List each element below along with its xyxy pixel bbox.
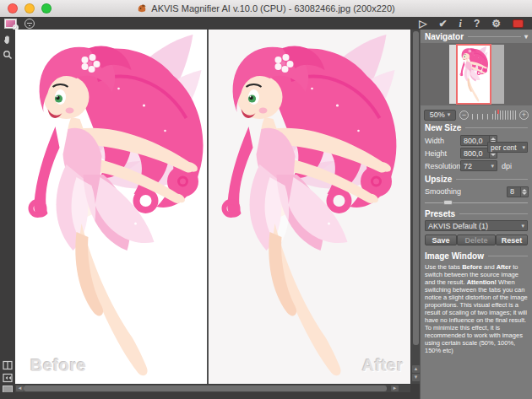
height-label: Height bbox=[424, 149, 460, 158]
after-label[interactable]: After bbox=[362, 356, 404, 375]
zoom-out-button[interactable]: − bbox=[459, 111, 469, 120]
new-size-title: New Size bbox=[425, 123, 461, 132]
stepper-up-icon[interactable] bbox=[522, 189, 527, 191]
navigator-strip-left bbox=[449, 45, 456, 104]
stepper-down-icon[interactable] bbox=[522, 192, 527, 195]
stepper-up-icon[interactable] bbox=[491, 137, 496, 140]
settings-panel: Navigator ▾ 50% ▾ − + New Size Width bbox=[420, 30, 532, 399]
hint-bold-before: Before bbox=[462, 263, 482, 271]
chevron-down-icon: ▾ bbox=[522, 144, 525, 151]
upsize-title: Upsize bbox=[425, 175, 452, 184]
hint-text: When switching between the tabs you can … bbox=[425, 278, 528, 354]
zoom-controls: 50% ▾ − + bbox=[424, 109, 529, 121]
smoothing-input[interactable] bbox=[508, 187, 520, 197]
app-icon bbox=[137, 3, 147, 13]
hint-bold-after: After bbox=[497, 263, 512, 271]
preset-select[interactable]: AKVIS Default (1) ▾ bbox=[425, 220, 528, 231]
run-icon[interactable]: ▷ bbox=[419, 19, 426, 29]
scroll-down-button[interactable]: ▼ bbox=[412, 374, 420, 381]
titlebar: AKVIS Magnifier AI v.10.0 (CPU) - 630824… bbox=[0, 0, 532, 18]
zoom-level-value: 50% bbox=[430, 111, 445, 119]
before-pane[interactable]: Before bbox=[15, 30, 207, 384]
zoom-slider-marker bbox=[497, 110, 499, 114]
smoothing-field[interactable] bbox=[507, 186, 529, 197]
chevron-down-icon: ▾ bbox=[521, 223, 524, 229]
smoothing-row: Smoothing bbox=[424, 186, 529, 197]
vertical-scrollbar-thumb[interactable] bbox=[413, 31, 419, 345]
zoom-level-select[interactable]: 50% ▾ bbox=[424, 110, 456, 121]
presets-header: Presets bbox=[425, 209, 528, 218]
open-image-icon[interactable] bbox=[4, 19, 17, 29]
window-title: AKVIS Magnifier AI v.10.0 (CPU) - 630824… bbox=[151, 3, 394, 13]
delete-preset-button: Delete bbox=[457, 235, 496, 245]
toolbar-right-group: ▷ ✔ i ? ⚙ bbox=[419, 19, 524, 29]
smoothing-label: Smoothing bbox=[424, 187, 507, 196]
image-window: Before After ▲ ▼ ◄ ► bbox=[15, 30, 420, 392]
horizontal-scrollbar[interactable]: ◄ ► bbox=[15, 384, 410, 392]
width-input[interactable] bbox=[461, 136, 489, 145]
after-image bbox=[209, 30, 407, 384]
header-rule bbox=[459, 213, 528, 214]
presets-section: Presets AKVIS Default (1) ▾ Save Delete … bbox=[424, 209, 529, 245]
apply-icon[interactable]: ✔ bbox=[438, 19, 447, 29]
help-icon[interactable]: ? bbox=[474, 19, 480, 29]
reset-preset-button[interactable]: Reset bbox=[496, 235, 528, 245]
vertical-scrollbar[interactable]: ▲ ▼ bbox=[410, 30, 420, 384]
unit-value: per cent bbox=[491, 143, 517, 152]
new-size-section: New Size Width Height bbox=[424, 123, 529, 172]
smoothing-stepper[interactable] bbox=[520, 187, 528, 197]
preset-buttons: Save Delete Reset bbox=[425, 235, 528, 245]
navigator-thumbnail bbox=[458, 46, 490, 103]
header-rule bbox=[468, 36, 521, 37]
scrollbar-corner bbox=[410, 384, 420, 392]
navigator-header: Navigator ▾ bbox=[425, 32, 528, 41]
header-rule bbox=[465, 127, 528, 128]
scroll-up-button[interactable]: ▲ bbox=[412, 365, 420, 373]
navigator-strip-right bbox=[491, 45, 504, 104]
split-view-icon[interactable] bbox=[3, 360, 13, 370]
zoom-tool-icon[interactable] bbox=[3, 50, 13, 60]
navigator-view-frame[interactable] bbox=[456, 44, 491, 105]
image-window-section: Image Window Use the tabs Before and Aft… bbox=[424, 251, 529, 354]
preferences-gear-icon[interactable]: ⚙ bbox=[491, 19, 501, 29]
chevron-down-icon: ▾ bbox=[448, 111, 451, 118]
info-icon[interactable]: i bbox=[459, 19, 462, 29]
navigator-preview-area[interactable] bbox=[421, 43, 532, 105]
slider-handle[interactable] bbox=[443, 200, 453, 205]
resolution-select[interactable]: 72 ▾ bbox=[460, 160, 497, 171]
image-window-title: Image Window bbox=[425, 251, 484, 261]
swap-views-icon[interactable] bbox=[3, 373, 13, 383]
unit-select[interactable]: per cent ▾ bbox=[487, 142, 528, 153]
stepper-down-icon[interactable] bbox=[491, 154, 496, 156]
before-image bbox=[15, 30, 207, 384]
scroll-right-button[interactable]: ► bbox=[391, 386, 399, 391]
horizontal-scrollbar-thumb[interactable] bbox=[24, 386, 387, 391]
slider-track bbox=[425, 202, 528, 203]
hint-text: Use the tabs bbox=[425, 263, 462, 271]
navigator-title: Navigator bbox=[425, 32, 464, 41]
width-label: Width bbox=[424, 137, 460, 145]
akvis-red-icon[interactable] bbox=[513, 19, 524, 28]
presets-title: Presets bbox=[425, 209, 455, 218]
hint-text: and bbox=[482, 263, 497, 271]
tool-sidebar bbox=[0, 30, 15, 399]
image-window-header: Image Window bbox=[425, 251, 528, 261]
bottom-strip bbox=[0, 392, 420, 399]
resolution-row: Resolution 72 ▾ dpi bbox=[424, 159, 529, 172]
smoothing-slider[interactable] bbox=[425, 198, 528, 207]
zoom-in-button[interactable]: + bbox=[519, 111, 529, 120]
navigator-menu-icon[interactable]: ▾ bbox=[524, 33, 528, 40]
hand-tool-icon[interactable] bbox=[3, 35, 13, 45]
zoom-slider[interactable] bbox=[472, 110, 516, 120]
window-title-wrap: AKVIS Magnifier AI v.10.0 (CPU) - 630824… bbox=[0, 0, 532, 17]
after-pane[interactable]: After bbox=[209, 30, 410, 384]
scroll-left-button[interactable]: ◄ bbox=[16, 386, 24, 391]
height-input[interactable] bbox=[461, 148, 489, 158]
before-label[interactable]: Before bbox=[30, 356, 86, 375]
upsize-section: Upsize Smoothing bbox=[424, 175, 529, 207]
header-rule bbox=[456, 179, 528, 180]
save-image-icon[interactable] bbox=[24, 19, 35, 29]
save-preset-button[interactable]: Save bbox=[425, 235, 457, 245]
new-size-header: New Size bbox=[425, 123, 528, 132]
hint-bold-attention: Attention! bbox=[467, 278, 497, 286]
